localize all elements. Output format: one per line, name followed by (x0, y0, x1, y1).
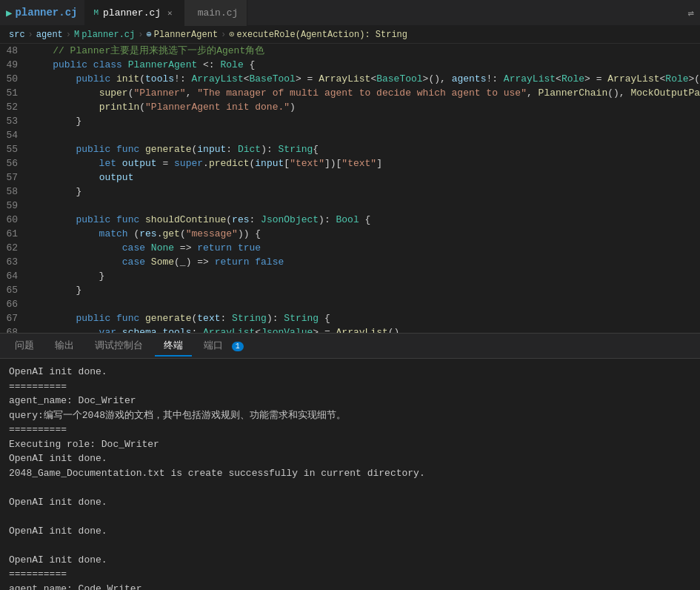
code-token: [ (284, 158, 290, 169)
code-token: "Planner" (133, 87, 185, 99)
terminal-line: agent_name: Code_Writer (9, 582, 691, 591)
code-line: 52 println("PlannerAgent init done.") (0, 100, 700, 114)
code-line: 58 } (0, 185, 700, 199)
code-token: ArrayList (336, 327, 388, 333)
code-token: : (249, 214, 261, 225)
code-token: output (122, 158, 157, 169)
code-token: > = (296, 73, 319, 84)
terminal-line: 2048_Game_Documentation.txt is create su… (9, 466, 691, 481)
line-number: 50 (0, 72, 30, 86)
tab-m-icon: M (93, 8, 99, 17)
code-token: JsonValue (261, 327, 313, 333)
code-token: predict (209, 158, 250, 169)
code-line: 51 super("Planner", "The manager of mult… (0, 86, 700, 100)
code-line: 67 public func generate(text: String): S… (0, 311, 700, 325)
line-content: } (30, 269, 700, 283)
terminal-panel[interactable]: OpenAI init done.==========agent_name: D… (0, 359, 700, 590)
breadcrumb-func[interactable]: ⊙ executeRole(AgentAction): String (229, 29, 407, 40)
terminal-line (9, 509, 691, 524)
breadcrumb-file[interactable]: M planner.cj (74, 30, 135, 40)
code-token: public (30, 214, 116, 225)
code-editor[interactable]: 48 // Planner主要是用来挑选下一步的Agent角色49 public… (0, 44, 700, 333)
code-token: true (238, 242, 261, 253)
code-token: res (139, 228, 156, 239)
code-token: } (30, 271, 104, 282)
code-token: "message" (186, 228, 238, 239)
line-number: 59 (0, 199, 30, 213)
line-content: public func shouldContinue(res: JsonObje… (30, 213, 700, 227)
line-content: public init(tools!: ArrayList<BaseTool> … (30, 72, 700, 86)
code-token: case (30, 256, 151, 268)
code-token: , (186, 87, 198, 99)
terminal-line: OpenAI init done. (9, 495, 691, 510)
breadcrumb-agent[interactable]: agent (36, 30, 63, 40)
code-token: Bool (336, 214, 359, 225)
code-token: false (255, 256, 284, 268)
tab-debug[interactable]: 调试控制台 (86, 336, 152, 357)
code-line: 54 (0, 128, 700, 142)
tab-main-label: main.cj (198, 7, 239, 19)
terminal-line: Executing role: Doc_Writer (9, 437, 691, 452)
tab-terminal[interactable]: 终端 (155, 336, 192, 357)
code-token: > = (584, 73, 607, 84)
panel-tabs: 问题 输出 调试控制台 终端 端口 1 (0, 333, 700, 359)
code-token: BaseTool (376, 73, 422, 84)
code-token: Role (665, 73, 688, 84)
line-content: } (30, 185, 700, 199)
code-line: 63 case Some(_) => return false (0, 255, 700, 269)
code-token: !: (174, 73, 191, 84)
code-token: String (284, 313, 319, 324)
code-token: Role (220, 59, 243, 70)
line-number: 63 (0, 255, 30, 269)
tab-problems[interactable]: 问题 (6, 336, 43, 357)
code-token: ): (319, 214, 336, 225)
code-token: () (388, 327, 400, 333)
code-token: , (527, 87, 539, 99)
code-token: ): (261, 144, 278, 155)
code-token: output (99, 172, 134, 183)
code-line: 60 public func shouldContinue(res: JsonO… (0, 213, 700, 227)
tab-planner[interactable]: M planner.cj ✕ (84, 0, 184, 26)
code-token: ( (139, 102, 145, 113)
code-token: Dict (238, 144, 261, 155)
code-token (30, 87, 99, 99)
line-number: 60 (0, 213, 30, 227)
code-token: } (30, 186, 81, 197)
tab-main[interactable]: main.cj (184, 0, 248, 26)
code-token: func (116, 313, 145, 324)
code-token: => (174, 242, 197, 253)
code-token: < (255, 327, 261, 333)
code-token: { (319, 313, 330, 324)
code-token: ArrayList (504, 73, 556, 84)
code-token: : (226, 144, 238, 155)
code-token: res (232, 214, 249, 225)
title-bar: ▶ planner.cj M planner.cj ✕ main.cj ⇌ (0, 0, 700, 26)
line-content: super("Planner", "The manager of multi a… (30, 86, 700, 100)
code-token: input (197, 144, 226, 155)
code-token: var (30, 327, 122, 333)
terminal-line (9, 538, 691, 553)
code-token: >()) { (689, 73, 700, 84)
breadcrumb-src[interactable]: src (9, 30, 25, 40)
tab-bar: M planner.cj ✕ main.cj (84, 0, 687, 26)
tab-ports[interactable]: 端口 1 (195, 336, 253, 357)
tab-planner-close[interactable]: ✕ (165, 7, 175, 19)
code-token: ArrayList (607, 73, 659, 84)
tab-output[interactable]: 输出 (46, 336, 83, 357)
breadcrumb-class[interactable]: ⊕ PlannerAgent (146, 29, 218, 40)
code-token: public (30, 144, 116, 155)
code-token: String (279, 144, 313, 155)
line-content: } (30, 114, 700, 128)
code-token: < (556, 73, 561, 84)
line-number: 48 (0, 44, 30, 58)
code-token: PlannerChain (539, 87, 608, 99)
code-token: } (30, 116, 81, 127)
code-token: return (197, 242, 238, 253)
code-token: generate (145, 144, 191, 155)
code-token: ] (376, 158, 382, 169)
code-line: 68 var schema_tools: ArrayList<JsonValue… (0, 325, 700, 333)
code-token: { (313, 144, 319, 155)
code-token: super (174, 158, 203, 169)
code-line: 64 } (0, 269, 700, 283)
code-token: generate (145, 313, 191, 324)
